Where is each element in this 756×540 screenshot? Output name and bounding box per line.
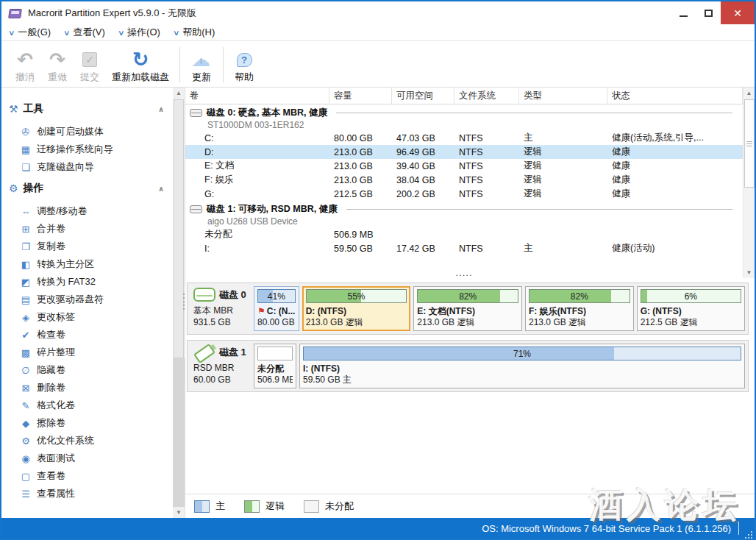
legend-label: 未分配 [325, 500, 354, 513]
partition-size: 212.5 GB 逻辑 [641, 317, 741, 328]
clone-disk-icon: ❏ [19, 162, 32, 173]
format-volume-icon: ✎ [19, 400, 32, 411]
sidebar-item[interactable]: ▩碎片整理 [9, 344, 173, 361]
table-row[interactable]: E: 文档213.0 GB39.40 GBNTFS逻辑健康 [185, 159, 743, 173]
table-row[interactable]: G:212.5 GB200.2 GBNTFS逻辑健康 [185, 187, 743, 201]
disk-group-rule [346, 209, 732, 210]
sidebar-section-operations[interactable]: ⚙操作∧ [9, 182, 173, 195]
menu-item-1[interactable]: ∨查看(V) [64, 26, 105, 39]
sidebar-splitter-handle[interactable] [182, 294, 185, 310]
column-header-5[interactable]: 状态 [607, 88, 743, 104]
legend-item-primary: 主 [194, 500, 225, 513]
type-cell: 逻辑 [519, 146, 607, 158]
partition-box[interactable]: 55%D: (NTFS)213.0 GB 逻辑 [302, 286, 411, 331]
menu-item-0[interactable]: ∨一般(G) [9, 26, 51, 39]
usage-bar: 55% [306, 289, 407, 303]
undo-button: ↶撤消 [9, 44, 41, 85]
sidebar-item[interactable]: ⊠删除卷 [9, 379, 173, 397]
maximize-button[interactable] [696, 1, 721, 24]
table-scroll-up-icon[interactable]: ▲ [743, 88, 755, 99]
sidebar-item[interactable]: ∅隐藏卷 [9, 361, 173, 379]
help-icon: ? [237, 53, 252, 67]
partition-name: D: (NTFS) [306, 305, 407, 317]
column-header-1[interactable]: 容量 [329, 88, 392, 104]
sidebar-item[interactable]: ❐复制卷 [9, 238, 173, 255]
volume-cell: I: [185, 244, 329, 254]
list-map-splitter-handle[interactable]: ..... [455, 269, 472, 278]
sidebar-item[interactable]: ◧转换为主分区 [9, 255, 173, 273]
reload-disks-button[interactable]: ↻重新加载磁盘 [106, 44, 175, 85]
partition-box[interactable]: 未分配506.9 MB [254, 344, 296, 388]
sidebar: ⚒工具∧✇创建可启动媒体▦迁移操作系统向导❏克隆磁盘向导⚙操作∧⇔调整/移动卷⊞… [1, 88, 185, 518]
undo-icon: ↶ [17, 50, 33, 69]
table-row[interactable]: 未分配506.9 MB [185, 227, 743, 241]
partition-box[interactable]: 82%F: 娱乐(NTFS)213.0 GB 逻辑 [525, 286, 634, 331]
usage-bar [257, 347, 293, 360]
partition-box[interactable]: 71%I: (NTFS)59.50 GB 主 [299, 344, 745, 388]
help-button[interactable]: ?帮助 [228, 44, 260, 85]
partition-name: E: 文档(NTFS) [417, 305, 518, 317]
scroll-down-icon[interactable]: ▼ [173, 507, 185, 518]
sidebar-item[interactable]: ◆擦除卷 [9, 414, 173, 432]
sidebar-section-tools[interactable]: ⚒工具∧ [9, 102, 173, 116]
disk-group-title: 磁盘 1: 可移动, RSD MBR, 健康 [207, 203, 338, 216]
menu-item-3[interactable]: ∨帮助(H) [174, 26, 215, 39]
sidebar-item[interactable]: ◈更改标签 [9, 308, 173, 326]
type-cell: 逻辑 [519, 174, 607, 186]
table-row[interactable]: C:80.00 GB47.03 GBNTFS主健康(活动,系统,引导,... [185, 131, 743, 145]
table-scrollbar[interactable]: ▲ ▼ [743, 88, 755, 278]
sidebar-item[interactable]: ⊞合并卷 [9, 220, 173, 238]
sidebar-item[interactable]: ✇创建可启动媒体 [9, 123, 173, 141]
table-row[interactable]: F: 娱乐213.0 GB38.04 GBNTFS逻辑健康 [185, 173, 743, 187]
sidebar-item[interactable]: ✎格式化卷 [9, 397, 173, 414]
legend-bar: 主逻辑未分配 [185, 494, 755, 518]
sidebar-item[interactable]: ☰查看属性 [9, 485, 173, 502]
legend-swatch-logical [244, 500, 260, 513]
partition-box[interactable]: 6%G: (NTFS)212.5 GB 逻辑 [637, 286, 745, 331]
menu-item-2[interactable]: ∨操作(O) [118, 26, 160, 39]
column-header-2[interactable]: 可用空间 [392, 88, 454, 104]
sidebar-item[interactable]: ◩转换为 FAT32 [9, 273, 173, 291]
disk-name: 磁盘 1 [219, 347, 246, 358]
sidebar-scrollbar-thumb[interactable] [174, 99, 184, 358]
sidebar-item-label: 调整/移动卷 [37, 205, 88, 218]
partition-box[interactable]: 82%E: 文档(NTFS)213.0 GB 逻辑 [413, 286, 522, 331]
sidebar-item[interactable]: ⇔调整/移动卷 [9, 202, 173, 220]
sidebar-item[interactable]: ✔检查卷 [9, 326, 173, 344]
column-header-3[interactable]: 文件系统 [454, 88, 519, 104]
scroll-up-icon[interactable]: ▲ [173, 88, 185, 99]
partition-box[interactable]: 41%⚑C: (N...80.00 GB [254, 286, 299, 331]
table-row[interactable]: D:213.0 GB96.49 GBNTFS逻辑健康 [185, 145, 743, 159]
column-header-0[interactable]: 卷 [185, 88, 329, 104]
usage-bar: 71% [303, 347, 741, 360]
status-cell: 健康(活动,系统,引导,... [607, 132, 743, 144]
toolbar-separator [223, 47, 224, 82]
operations-icon: ⚙ [9, 182, 18, 194]
resize-move-icon: ⇔ [19, 206, 32, 217]
close-button[interactable]: ✕ [721, 1, 755, 24]
title-bar: Macrorit Partition Expert v5.9.0 - 无限版 ✕ [1, 1, 755, 24]
merge-volume-icon: ⊞ [19, 224, 32, 235]
filesystem-cell: NTFS [454, 133, 519, 143]
column-header-4[interactable]: 类型 [519, 88, 607, 104]
sidebar-item-label: 创建可启动媒体 [37, 125, 104, 138]
update-button[interactable]: ☁↑更新 [185, 44, 218, 85]
minimize-button[interactable] [671, 1, 696, 24]
sidebar-item[interactable]: ◉表面测试 [9, 450, 173, 467]
table-row[interactable]: I:59.50 GB17.42 GBNTFS主健康(活动) [185, 241, 743, 255]
disk-group-rule [336, 113, 732, 113]
resize-grip[interactable] [743, 530, 752, 539]
table-scrollbar-thumb[interactable] [744, 99, 755, 188]
volume-table-header: 卷容量可用空间文件系统类型状态 [185, 88, 743, 104]
sidebar-item[interactable]: ▢查看卷 [9, 467, 173, 485]
view-volume-icon: ▢ [19, 471, 32, 482]
legend-label: 逻辑 [265, 500, 285, 513]
sidebar-item-label: 表面测试 [37, 452, 75, 465]
sidebar-item[interactable]: ▦迁移操作系统向导 [9, 141, 173, 158]
defragment-icon: ▩ [19, 347, 32, 358]
table-scroll-down-icon[interactable]: ▼ [743, 267, 755, 278]
sidebar-item[interactable]: ▤更改驱动器盘符 [9, 291, 173, 308]
sidebar-item[interactable]: ❏克隆磁盘向导 [9, 158, 173, 176]
sidebar-item[interactable]: ⚙优化文件系统 [9, 432, 173, 450]
capacity-cell: 506.9 MB [329, 230, 392, 240]
